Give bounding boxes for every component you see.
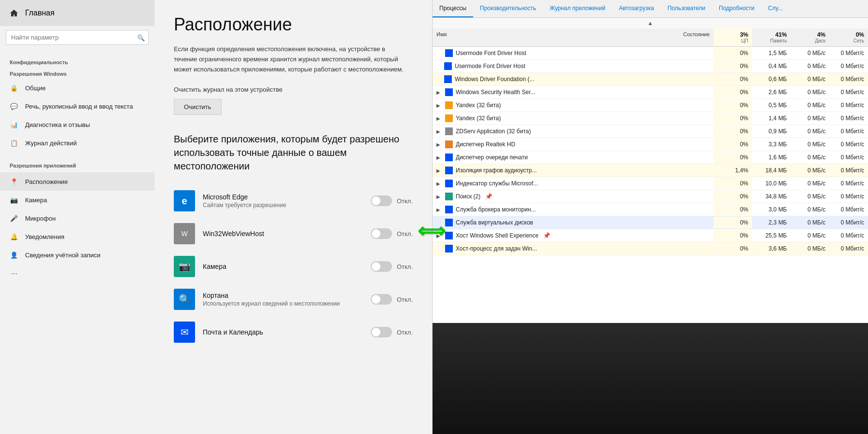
app-info-camera: Камера xyxy=(203,263,363,270)
search-input[interactable] xyxy=(6,30,149,45)
table-row[interactable]: ▶ Windows Security Health Ser... 0% 2,6 … xyxy=(433,86,868,99)
process-name: Windows Security Health Ser... xyxy=(456,89,535,96)
col-mem[interactable]: 41% Память xyxy=(752,28,791,46)
toggle-label-cortana: Откл. xyxy=(397,296,413,303)
state-cell xyxy=(656,142,714,147)
tab-services[interactable]: Слу... xyxy=(761,0,789,17)
process-name: Windows Driver Foundation (... xyxy=(455,76,534,83)
cpu-cell: 0% xyxy=(714,152,752,163)
toggle-edge[interactable] xyxy=(371,196,392,206)
sidebar-item-label: Камера xyxy=(25,196,47,204)
process-icon xyxy=(445,88,453,96)
tab-details[interactable]: Подробности xyxy=(712,0,761,17)
mem-cell: 0,5 МБ xyxy=(752,99,791,111)
sidebar-home[interactable]: Главная xyxy=(0,0,154,26)
col-disk-sub: Диск xyxy=(795,38,826,43)
mem-cell: 18,4 МБ xyxy=(752,165,791,176)
search-area: 🔍 xyxy=(0,26,154,53)
mem-cell: 2,3 МБ xyxy=(752,217,791,228)
process-cell: ▶ Индексатор службы Microsof... xyxy=(433,177,656,190)
process-name: Диспетчер Realtek HD xyxy=(456,141,515,148)
table-row[interactable]: Служба виртуальных дисков 0% 2,3 МБ 0 МБ… xyxy=(433,216,868,229)
process-icon xyxy=(445,101,453,109)
table-row[interactable]: ▶ Изоляция графов аудиоустр... 1,4% 18,4… xyxy=(433,164,868,177)
table-row[interactable]: ▶ Служба брокера мониторин... 0% 3,0 МБ … xyxy=(433,203,868,216)
cpu-cell: 0% xyxy=(714,178,752,189)
cpu-cell: 0% xyxy=(714,47,752,59)
app-toggle-cortana: Откл. xyxy=(371,294,413,305)
state-cell xyxy=(656,246,714,251)
mem-cell: 3,3 МБ xyxy=(752,139,791,150)
toggle-cortana[interactable] xyxy=(371,294,392,305)
process-icon xyxy=(445,140,453,148)
tm-tabs: Процессы Производительность Журнал прило… xyxy=(433,0,868,18)
state-cell xyxy=(656,155,714,160)
state-cell xyxy=(656,220,714,225)
sidebar-item-mic[interactable]: 🎤 Микрофон xyxy=(0,209,154,227)
process-cell: ▶ Изоляция графов аудиоустр... xyxy=(433,164,656,177)
toggle-win32[interactable] xyxy=(371,228,392,239)
app-item-cortana: 🔍 Кортана Используется журнал сведений о… xyxy=(174,283,413,316)
disk-cell: 0 МБ/с xyxy=(791,47,829,59)
sidebar-item-more[interactable]: ⋯ xyxy=(0,264,154,282)
toggle-mail[interactable] xyxy=(371,327,392,337)
table-row[interactable]: Хост-процесс для задач Win... 0% 3,6 МБ … xyxy=(433,242,868,255)
mem-cell: 0,9 МБ xyxy=(752,126,791,137)
sidebar-item-camera[interactable]: 📷 Камера xyxy=(0,191,154,209)
process-cell: ▶ Yandex (32 бита) xyxy=(433,99,656,112)
tab-startup[interactable]: Автозагрузка xyxy=(612,0,661,17)
sidebar-item-general[interactable]: 🔒 Общие xyxy=(0,79,154,97)
speech-icon: 💬 xyxy=(10,102,18,111)
cpu-cell: 0% xyxy=(714,99,752,111)
process-icon xyxy=(444,62,452,70)
net-cell: 0 Мбит/с xyxy=(829,191,868,202)
col-name[interactable]: Имя xyxy=(433,28,656,46)
table-row[interactable]: Usermode Font Driver Host 0% 1,5 МБ 0 МБ… xyxy=(433,47,868,60)
table-row[interactable]: ▶ Yandex (32 бита) 0% 1,4 МБ 0 МБ/с 0 Мб… xyxy=(433,112,868,125)
table-row[interactable]: ▶ ZDServ Application (32 бита) 0% 0,9 МБ… xyxy=(433,125,868,138)
app-item-camera: 📷 Камера Откл. xyxy=(174,250,413,283)
tab-processes[interactable]: Процессы xyxy=(433,0,473,17)
cpu-cell: 0% xyxy=(714,243,752,254)
net-cell: 0 Мбит/с xyxy=(829,139,868,150)
tab-app-history[interactable]: Журнал приложений xyxy=(543,0,612,17)
app-item-edge: e Microsoft Edge Сайтам требуется разреш… xyxy=(174,184,413,217)
table-row[interactable]: ▶ Yandex (32 бита) 0% 0,5 МБ 0 МБ/с 0 Мб… xyxy=(433,99,868,112)
col-disk-pct: 4% xyxy=(795,31,826,38)
sidebar-item-location[interactable]: 📍 Расположение xyxy=(0,172,154,191)
sidebar-item-account[interactable]: 👤 Сведения учётной записи xyxy=(0,246,154,264)
app-icon-camera: 📷 xyxy=(174,256,195,277)
app-icon-win32: W xyxy=(174,223,195,244)
clear-button[interactable]: Очистить xyxy=(174,99,222,115)
mem-cell: 3,6 МБ xyxy=(752,243,791,254)
col-disk[interactable]: 4% Диск xyxy=(791,28,829,46)
net-cell: 0 Мбит/с xyxy=(829,86,868,98)
toggle-camera[interactable] xyxy=(371,261,392,272)
table-row[interactable]: ▶ Диспетчер Realtek HD 0% 3,3 МБ 0 МБ/с … xyxy=(433,138,868,151)
disk-cell: 0 МБ/с xyxy=(791,191,829,202)
col-state[interactable]: Состояние xyxy=(656,28,714,46)
table-row[interactable]: Usermode Font Driver Host 0% 0,4 МБ 0 МБ… xyxy=(433,60,868,73)
table-row[interactable]: ▶ Индексатор службы Microsof... 0% 10,0 … xyxy=(433,177,868,190)
tab-performance[interactable]: Производительность xyxy=(473,0,543,17)
sidebar-item-diagnostics[interactable]: 📊 Диагностика и отзывы xyxy=(0,115,154,134)
cpu-cell: 0% xyxy=(714,126,752,137)
sidebar-item-notifications[interactable]: 🔔 Уведомления xyxy=(0,227,154,246)
table-row[interactable]: ▶ Поиск (2) 📌 0% 34,8 МБ 0 МБ/с 0 Мбит/с xyxy=(433,190,868,203)
col-cpu[interactable]: 3% ЦП xyxy=(714,28,752,46)
state-cell xyxy=(656,194,714,199)
sidebar-item-history[interactable]: 📋 Журнал действий xyxy=(0,134,154,152)
scroll-up[interactable]: ▲ xyxy=(433,18,868,28)
dark-background xyxy=(433,323,868,434)
clear-section-title: Очистить журнал на этом устройстве xyxy=(174,86,413,93)
tm-table-header: Имя Состояние 3% ЦП 41% Память 4% Диск 0… xyxy=(433,28,868,47)
table-row[interactable]: Windows Driver Foundation (... 0% 0,6 МБ… xyxy=(433,73,868,86)
table-row[interactable]: ▶ Диспетчер очереди печати 0% 1,6 МБ 0 М… xyxy=(433,151,868,164)
app-name-win32: Win32WebViewHost xyxy=(203,230,363,238)
col-net[interactable]: 0% Сеть xyxy=(829,28,868,46)
sidebar-item-label: Сведения учётной записи xyxy=(25,252,100,259)
process-icon xyxy=(445,114,453,122)
sidebar-item-speech[interactable]: 💬 Речь, рукописный ввод и ввод текста xyxy=(0,97,154,115)
table-row[interactable]: ▶ Хост Windows Shell Experience 📌 0% 25,… xyxy=(433,229,868,242)
tab-users[interactable]: Пользователи xyxy=(661,0,712,17)
